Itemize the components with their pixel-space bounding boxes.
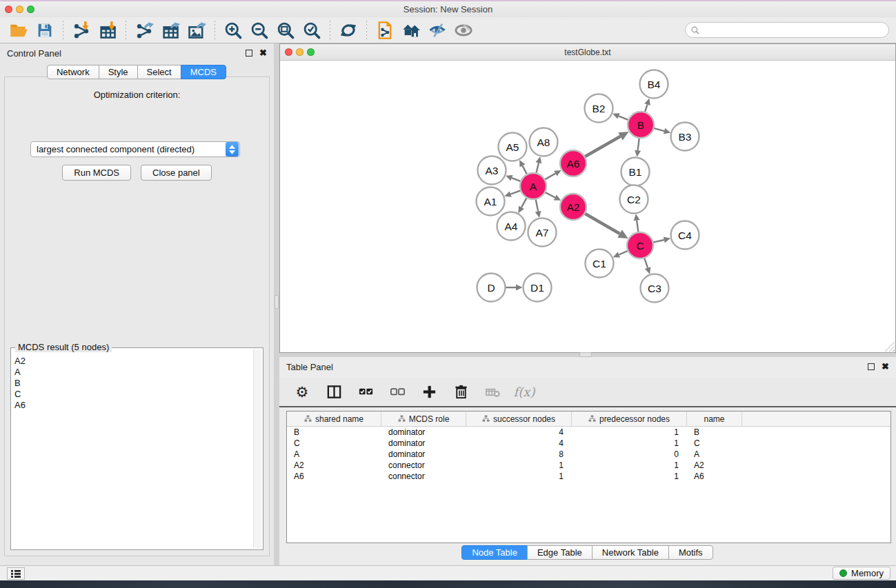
criterion-dropdown[interactable]: largest connected component (directed) [30, 141, 240, 157]
tab-motifs[interactable]: Motifs [668, 545, 713, 560]
graph-node-C2[interactable]: C2 [620, 185, 648, 214]
tab-mcds[interactable]: MCDS [181, 65, 226, 79]
graph-node-B[interactable]: B [628, 112, 654, 138]
table-cell[interactable]: 1 [572, 471, 687, 482]
vertical-divider-grip[interactable] [275, 295, 279, 309]
delete-column-button[interactable] [450, 382, 471, 403]
show-eye-button[interactable] [450, 19, 477, 41]
save-session-button[interactable] [32, 19, 58, 41]
mcds-result-item[interactable]: A6 [12, 400, 253, 411]
table-cell[interactable]: B [687, 427, 742, 438]
table-cell[interactable]: dominator [381, 449, 466, 460]
graph-node-A[interactable]: A [520, 173, 546, 199]
close-table-panel-icon[interactable]: ✖ [882, 363, 889, 370]
open-file-button[interactable] [6, 19, 32, 41]
table-cell[interactable]: 0 [572, 449, 687, 460]
graph-node-A2[interactable]: A2 [560, 194, 586, 220]
column-header-successor-nodes[interactable]: successor nodes [466, 412, 572, 426]
export-image-button[interactable] [183, 19, 210, 41]
table-cell[interactable]: 1 [572, 438, 687, 449]
table-row[interactable]: A2connector11A2 [287, 460, 890, 471]
zoom-selected-button[interactable] [299, 19, 325, 41]
table-cell[interactable]: A6 [687, 471, 742, 482]
hide-eye-button[interactable] [424, 19, 450, 41]
edge-A6-B[interactable] [584, 136, 621, 158]
column-header-name[interactable]: name [687, 412, 742, 426]
horizontal-divider-grip[interactable] [579, 352, 592, 357]
graph-node-B1[interactable]: B1 [621, 158, 650, 186]
mcds-result-item[interactable]: A [12, 367, 253, 378]
graph-node-C1[interactable]: C1 [586, 250, 614, 278]
run-mcds-button[interactable]: Run MCDS [62, 165, 131, 181]
column-header-MCDS-role[interactable]: MCDS role [381, 412, 466, 426]
close-panel-button[interactable]: Close panel [141, 165, 212, 181]
close-panel-icon[interactable]: ✖ [259, 50, 267, 57]
clear-selection-checkboxes-button[interactable] [387, 382, 408, 403]
clone-network-document-button[interactable] [372, 19, 398, 41]
graph-node-C4[interactable]: C4 [671, 221, 699, 250]
graph-node-A1[interactable]: A1 [477, 187, 505, 216]
zoom-in-button[interactable] [220, 19, 246, 41]
table-cell[interactable]: connector [381, 460, 466, 471]
table-cell[interactable]: 4 [466, 438, 572, 449]
graph-node-C3[interactable]: C3 [641, 274, 669, 303]
table-cell[interactable]: 1 [572, 460, 687, 471]
tab-network-table[interactable]: Network Table [592, 545, 669, 560]
table-cell[interactable]: A2 [287, 460, 381, 471]
mcds-result-list[interactable]: A2ABCA6 [12, 349, 253, 548]
graph-node-A8[interactable]: A8 [530, 128, 558, 156]
table-cell[interactable]: A6 [287, 471, 381, 482]
tab-style[interactable]: Style [99, 65, 138, 79]
mcds-result-item[interactable]: C [12, 389, 253, 400]
graph-node-D[interactable]: D [477, 274, 506, 302]
result-scrollbar[interactable] [253, 349, 261, 548]
search-input[interactable] [700, 23, 888, 37]
table-cell[interactable]: C [287, 438, 381, 449]
tab-node-table[interactable]: Node Table [461, 545, 528, 560]
table-cell[interactable]: connector [381, 471, 466, 482]
table-cell[interactable]: 1 [466, 460, 572, 471]
edge-A2-C[interactable] [584, 212, 620, 234]
network-canvas[interactable]: B4B2BB3A5A8A6A3B1AA1C2A2A4A7C4CC1DD1C3 [280, 61, 895, 352]
table-cell[interactable]: A2 [687, 460, 742, 471]
table-row[interactable]: Cdominator41C [287, 438, 890, 449]
select-all-checkboxes-button[interactable] [355, 382, 376, 403]
mcds-result-item[interactable]: A2 [12, 356, 253, 367]
table-cell[interactable]: C [687, 438, 742, 449]
graph-node-C[interactable]: C [627, 232, 653, 258]
table-cell[interactable]: 4 [466, 427, 572, 438]
home-pair-button[interactable] [398, 19, 424, 41]
zoom-out-button[interactable] [246, 19, 272, 41]
graph-node-A4[interactable]: A4 [497, 212, 526, 241]
column-header-shared-name[interactable]: shared name [287, 412, 381, 426]
tab-edge-table[interactable]: Edge Table [527, 545, 593, 560]
graph-node-B2[interactable]: B2 [585, 94, 613, 123]
table-cell[interactable]: 1 [466, 471, 572, 482]
graph-node-A3[interactable]: A3 [478, 156, 506, 185]
network-graph[interactable]: B4B2BB3A5A8A6A3B1AA1C2A2A4A7C4CC1DD1C3 [280, 61, 895, 352]
graph-node-A6[interactable]: A6 [560, 150, 586, 176]
table-cell[interactable]: dominator [381, 438, 466, 449]
column-layout-button[interactable] [323, 382, 344, 403]
float-panel-icon[interactable] [246, 50, 252, 57]
search-box[interactable] [685, 22, 889, 38]
memory-button[interactable]: Memory [833, 567, 890, 580]
zoom-fit-button[interactable] [272, 19, 299, 41]
table-cell[interactable]: A [687, 449, 742, 460]
graph-node-A5[interactable]: A5 [499, 133, 527, 161]
settings-gear-button[interactable]: ⚙ [292, 382, 312, 403]
apply-layout-refresh-button[interactable] [335, 19, 361, 41]
add-column-button[interactable] [419, 382, 439, 403]
export-network-button[interactable] [131, 19, 157, 41]
table-row[interactable]: Adominator80A [287, 449, 890, 460]
import-network-button[interactable] [68, 19, 94, 41]
graph-node-B3[interactable]: B3 [671, 123, 699, 151]
table-cell[interactable]: dominator [381, 427, 466, 438]
tab-network[interactable]: Network [47, 65, 99, 79]
table-cell[interactable]: A [287, 449, 381, 460]
table-cell[interactable]: 1 [572, 427, 687, 438]
graph-node-A7[interactable]: A7 [528, 219, 557, 247]
task-history-button[interactable] [7, 567, 25, 580]
table-cell[interactable]: B [287, 427, 381, 438]
float-table-panel-icon[interactable] [868, 363, 875, 370]
